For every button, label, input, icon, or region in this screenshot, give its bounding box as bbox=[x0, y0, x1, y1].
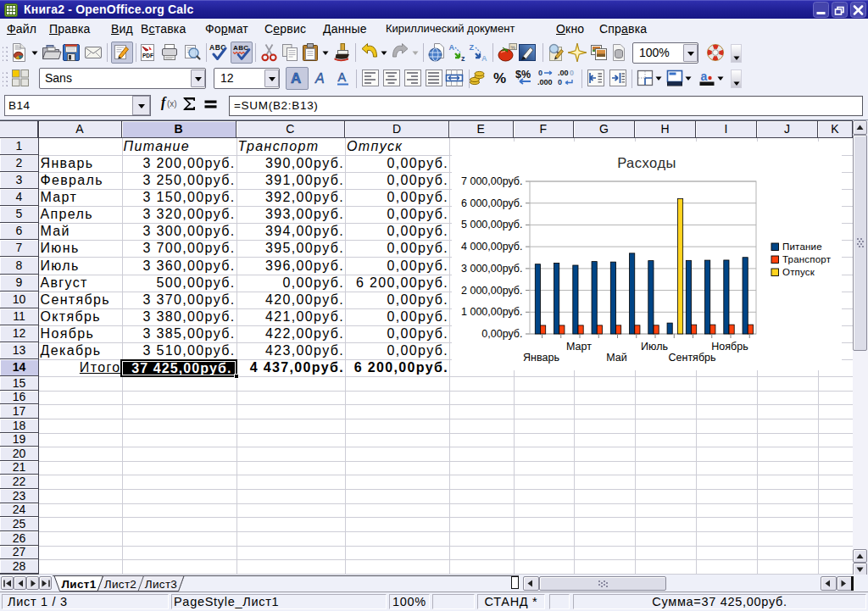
svg-text:А: А bbox=[314, 71, 325, 86]
svg-text:Z: Z bbox=[470, 43, 475, 52]
svg-text:2 000,00руб.: 2 000,00руб. bbox=[461, 285, 523, 297]
svg-text:0: 0 bbox=[570, 69, 574, 77]
svg-text:3 000,00руб.: 3 000,00руб. bbox=[461, 263, 523, 275]
svg-text:$%: $% bbox=[515, 69, 531, 81]
svg-text:ABC: ABC bbox=[233, 44, 249, 52]
svg-text:0: 0 bbox=[538, 69, 542, 77]
svg-text:6 000,00руб.: 6 000,00руб. bbox=[461, 197, 523, 209]
svg-text:z: z bbox=[461, 54, 465, 63]
svg-text:Расходы: Расходы bbox=[617, 155, 676, 170]
svg-text:Лист2: Лист2 bbox=[104, 578, 136, 591]
svg-text:Январь: Январь bbox=[523, 352, 559, 364]
svg-text:Отпуск: Отпуск bbox=[782, 267, 815, 277]
svg-text:Питание: Питание bbox=[782, 242, 822, 252]
svg-text:%: % bbox=[493, 70, 506, 86]
svg-text:4 000,00руб.: 4 000,00руб. bbox=[461, 241, 523, 253]
svg-text:1 000,00руб.: 1 000,00руб. bbox=[461, 306, 523, 318]
svg-text:A: A bbox=[449, 43, 455, 52]
svg-text:Сентябрь: Сентябрь bbox=[669, 352, 716, 364]
svg-text:а: а bbox=[701, 69, 708, 83]
svg-text:0,00руб.: 0,00руб. bbox=[481, 328, 522, 340]
svg-text:Май: Май bbox=[606, 352, 627, 364]
svg-text:Транспорт: Транспорт bbox=[782, 254, 832, 264]
svg-text:Март: Март bbox=[566, 341, 592, 353]
svg-text:%: % bbox=[511, 45, 516, 50]
svg-text:5 000,00руб.: 5 000,00руб. bbox=[461, 219, 523, 231]
svg-text:Июль: Июль bbox=[641, 341, 668, 353]
svg-text:.00: .00 bbox=[558, 69, 569, 77]
svg-text:Ноябрь: Ноябрь bbox=[711, 341, 748, 353]
svg-text:A: A bbox=[481, 54, 487, 63]
svg-text:А: А bbox=[291, 70, 301, 86]
svg-text:PDF: PDF bbox=[142, 53, 153, 58]
svg-text:7 000,00руб.: 7 000,00руб. bbox=[461, 175, 523, 187]
svg-text:.000: .000 bbox=[537, 78, 553, 86]
svg-text:Лист3: Лист3 bbox=[145, 578, 177, 591]
svg-text:Лист1: Лист1 bbox=[62, 578, 97, 591]
svg-text:0: 0 bbox=[558, 78, 562, 86]
svg-text:А: А bbox=[338, 70, 347, 84]
